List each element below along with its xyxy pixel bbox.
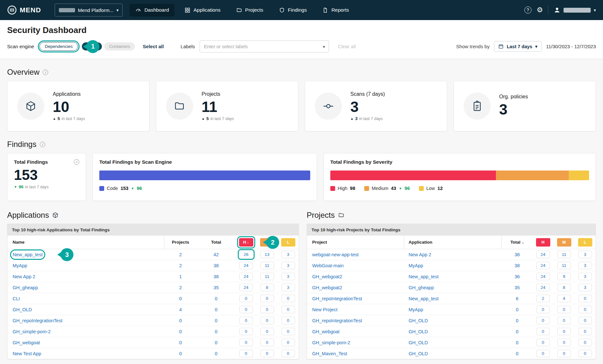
high-count[interactable]: 0	[536, 350, 550, 357]
clear-all-link[interactable]: Clear all	[338, 44, 356, 49]
high-count[interactable]: 0	[239, 328, 253, 335]
application-name-link[interactable]: GH_gheapp	[409, 285, 434, 290]
projects-count[interactable]: 0	[164, 329, 197, 334]
column-header-name[interactable]: Name	[7, 236, 164, 249]
application-name-link[interactable]: GH_gheapp	[13, 285, 38, 290]
high-count[interactable]: 24	[239, 262, 253, 269]
nav-applications[interactable]: Applications	[179, 4, 226, 17]
project-name-link[interactable]: GH_Maven_Test	[312, 351, 347, 356]
medium-count[interactable]: 0	[260, 317, 274, 324]
application-name-link[interactable]: GH_webgoat	[13, 340, 40, 345]
info-icon[interactable]: i	[74, 159, 79, 165]
medium-count[interactable]: 11	[260, 262, 274, 269]
chevron-down-icon[interactable]: ▾	[323, 44, 325, 49]
medium-count[interactable]: 13	[260, 251, 274, 258]
medium-count[interactable]: 0	[557, 306, 571, 313]
low-count[interactable]: 0	[578, 317, 592, 324]
help-icon[interactable]: ?	[524, 6, 532, 14]
projects-count[interactable]: 0	[164, 296, 197, 301]
application-name-link[interactable]: GH_OLD	[409, 340, 428, 345]
medium-count[interactable]: 0	[557, 350, 571, 357]
high-count[interactable]: 0	[239, 339, 253, 346]
project-name-link[interactable]: GH_repoIntegrationTest	[312, 318, 362, 323]
projects-count[interactable]: 0	[164, 351, 197, 356]
low-count[interactable]: 0	[578, 339, 592, 346]
column-header-low[interactable]: L	[281, 238, 295, 247]
low-count[interactable]: 0	[281, 295, 295, 302]
low-count[interactable]: 0	[578, 306, 592, 313]
toggle-code[interactable]: Code	[82, 42, 102, 50]
low-count[interactable]: 0	[578, 350, 592, 357]
total-findings-count[interactable]: 0	[197, 296, 236, 301]
project-name-link[interactable]: GH_webgoat2	[312, 274, 342, 279]
low-count[interactable]: 3	[578, 251, 592, 258]
project-name-link[interactable]: GH_webgoat2	[312, 285, 342, 290]
total-findings-count[interactable]: 0	[502, 318, 532, 323]
high-count[interactable]: 0	[536, 317, 550, 324]
projects-count[interactable]: 2	[164, 285, 197, 290]
select-all-link[interactable]: Select all	[143, 44, 164, 49]
project-name-link[interactable]: New Project	[312, 307, 337, 312]
severity-bar-high[interactable]	[330, 171, 496, 180]
nav-projects[interactable]: Projects	[231, 4, 269, 17]
medium-count[interactable]: 9	[557, 273, 571, 280]
low-count[interactable]: 0	[578, 328, 592, 335]
total-findings-count[interactable]: 38	[197, 274, 236, 279]
high-count[interactable]: 24	[239, 273, 253, 280]
medium-count[interactable]: 0	[557, 339, 571, 346]
low-count[interactable]: 3	[281, 251, 295, 258]
high-count[interactable]: 26	[239, 251, 253, 258]
column-header-medium[interactable]: M	[557, 238, 571, 247]
medium-count[interactable]: 4	[557, 295, 571, 302]
total-findings-count[interactable]: 6	[502, 296, 532, 301]
low-count[interactable]: 3	[281, 284, 295, 291]
low-count[interactable]: 0	[281, 339, 295, 346]
user-menu[interactable]: ▾	[554, 6, 596, 14]
projects-count[interactable]: 4	[164, 307, 197, 312]
high-count[interactable]: 0	[239, 350, 253, 357]
high-count[interactable]: 0	[239, 317, 253, 324]
application-name-link[interactable]: New_app_test	[409, 296, 439, 301]
medium-count[interactable]: 0	[557, 328, 571, 335]
application-name-link[interactable]: GH_OLD	[409, 329, 428, 334]
application-name-link[interactable]: GH_OLD	[409, 351, 428, 356]
column-header-high[interactable]: H ↓	[239, 238, 253, 247]
column-header-projects[interactable]: Projects	[164, 240, 197, 245]
total-findings-count[interactable]: 0	[197, 351, 236, 356]
high-count[interactable]: 0	[239, 295, 253, 302]
column-header-total[interactable]: Total	[197, 240, 236, 245]
total-findings-count[interactable]: 38	[502, 263, 532, 268]
medium-count[interactable]: 0	[260, 339, 274, 346]
total-findings-count[interactable]: 0	[502, 351, 532, 356]
medium-count[interactable]: 0	[260, 350, 274, 357]
application-name-link[interactable]: MyApp	[13, 263, 27, 268]
total-findings-count[interactable]: 0	[197, 329, 236, 334]
settings-gear-icon[interactable]: ⚙	[537, 6, 543, 14]
application-name-link[interactable]: GH_OLD	[13, 307, 32, 312]
column-header-project[interactable]: Project	[307, 236, 404, 249]
medium-count[interactable]: 11	[557, 251, 571, 258]
high-count[interactable]: 0	[536, 328, 550, 335]
org-selector-dropdown[interactable]: Mend Platform... ▾	[55, 4, 123, 17]
high-count[interactable]: 2	[536, 295, 550, 302]
severity-bar-low[interactable]	[569, 171, 589, 180]
application-name-link[interactable]: New App 2	[409, 252, 431, 257]
engine-bar[interactable]	[99, 171, 310, 180]
nav-reports[interactable]: Reports	[317, 4, 354, 17]
low-count[interactable]: 0	[281, 350, 295, 357]
severity-bar-medium[interactable]	[496, 171, 569, 180]
medium-count[interactable]: 0	[260, 328, 274, 335]
application-name-link[interactable]: New App 2	[13, 274, 35, 279]
column-header-high[interactable]: H	[536, 238, 550, 247]
application-name-link[interactable]: New Test App	[13, 351, 41, 356]
application-name-link[interactable]: New_app_test	[409, 274, 439, 279]
low-count[interactable]: 3	[578, 262, 592, 269]
trend-period-dropdown[interactable]: Last 7 days ▾	[494, 41, 542, 52]
toggle-containers[interactable]: Containers	[104, 42, 135, 50]
low-count[interactable]: 0	[281, 317, 295, 324]
high-count[interactable]: 0	[536, 306, 550, 313]
nav-findings[interactable]: Findings	[273, 4, 312, 17]
projects-count[interactable]: 1	[164, 274, 197, 279]
low-count[interactable]: 0	[281, 328, 295, 335]
medium-count[interactable]: 11	[557, 262, 571, 269]
